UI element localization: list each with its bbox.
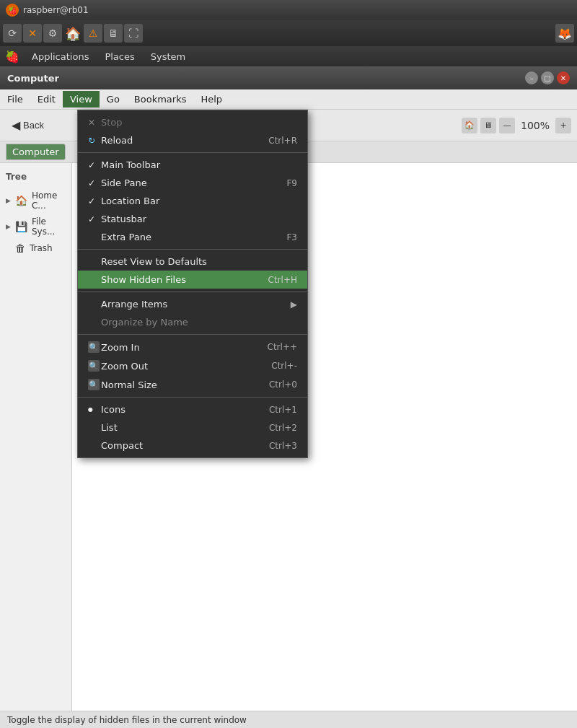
menu-edit[interactable]: Edit bbox=[30, 91, 63, 108]
arrange-arrow-icon: ▶ bbox=[291, 299, 297, 310]
menubar: File Edit View Go Bookmarks Help bbox=[0, 89, 577, 110]
monitor-icon[interactable]: 🖥 bbox=[480, 118, 496, 133]
menu-extra-pane[interactable]: ✓ Extra Pane F3 bbox=[78, 228, 307, 246]
sidebar-home-label: Home C... bbox=[32, 190, 66, 211]
arrange-check: ✓ bbox=[88, 299, 101, 310]
appmenu-places[interactable]: Places bbox=[97, 49, 141, 64]
tp-icon-3[interactable]: ⚙ bbox=[43, 24, 62, 43]
compact-shortcut: Ctrl+3 bbox=[269, 441, 297, 451]
sep-4 bbox=[78, 334, 307, 335]
zoomout-shortcut: Ctrl+- bbox=[271, 361, 297, 371]
arrange-label: Arrange Items bbox=[101, 299, 193, 310]
close-button[interactable]: ✕ bbox=[557, 71, 570, 84]
appmenu-applications[interactable]: Applications bbox=[25, 49, 96, 64]
menu-go[interactable]: Go bbox=[100, 91, 127, 108]
back-label: Back bbox=[23, 120, 44, 131]
showhidden-label: Show Hidden Files bbox=[101, 274, 268, 285]
zoom-minus-icon[interactable]: — bbox=[499, 118, 515, 133]
top-panel: ⟳ ✕ ⚙ 🏠 ⚠ 🖥 ⛶ 🦊 bbox=[0, 20, 577, 46]
home-icon[interactable]: 🏠 bbox=[462, 118, 477, 133]
zoom-level: 100% bbox=[518, 120, 552, 131]
sep-3 bbox=[78, 291, 307, 292]
locationbar-check: ✓ bbox=[88, 196, 101, 206]
stop-label: Stop bbox=[101, 117, 297, 128]
menu-arrange-items[interactable]: ✓ Arrange Items ▶ bbox=[78, 295, 307, 313]
appmenu-system[interactable]: System bbox=[144, 49, 193, 64]
menu-help[interactable]: Help bbox=[193, 91, 229, 108]
back-button[interactable]: ◀ Back bbox=[6, 115, 50, 135]
organize-label: Organize by Name bbox=[101, 317, 297, 328]
tp-icon-4[interactable]: ⚠ bbox=[84, 24, 102, 43]
list-shortcut: Ctrl+2 bbox=[269, 423, 297, 433]
menu-reset-view[interactable]: ✓ Reset View to Defaults bbox=[78, 253, 307, 271]
location-crumb-computer[interactable]: Computer bbox=[6, 144, 66, 160]
zoomin-shortcut: Ctrl++ bbox=[268, 342, 297, 352]
home-sidebar-icon: 🏠 bbox=[15, 195, 27, 206]
titlebar-username: raspberr@rb01 bbox=[23, 5, 89, 15]
sidebar-arrow-fs: ▶ bbox=[6, 223, 11, 230]
statusbar-check: ✓ bbox=[88, 214, 101, 224]
sidepane-label: Side Pane bbox=[101, 177, 286, 188]
zoomout-icon: 🔍 bbox=[88, 360, 100, 372]
zoom-area: 🏠 🖥 — 100% + bbox=[462, 118, 571, 133]
menu-view[interactable]: View bbox=[63, 91, 100, 108]
menu-statusbar[interactable]: ✓ Statusbar bbox=[78, 210, 307, 228]
menu-bookmarks[interactable]: Bookmarks bbox=[127, 91, 194, 108]
sidebar-item-trash[interactable]: ▶ 🗑 Trash bbox=[0, 240, 71, 257]
tp-icon-home[interactable]: 🏠 bbox=[63, 24, 82, 43]
tp-icon-1[interactable]: ⟳ bbox=[3, 24, 22, 43]
sidebar-trash-label: Trash bbox=[30, 243, 53, 253]
menu-list-view[interactable]: ● List Ctrl+2 bbox=[78, 418, 307, 437]
menu-show-hidden-files[interactable]: ✓ Show Hidden Files Ctrl+H bbox=[78, 271, 307, 289]
menu-reload[interactable]: ↻ Reload Ctrl+R bbox=[78, 131, 307, 149]
showhidden-shortcut: Ctrl+H bbox=[268, 275, 297, 285]
zoomout-label: Zoom Out bbox=[101, 361, 271, 372]
menu-stop[interactable]: ✕ Stop bbox=[78, 113, 307, 131]
sep-5 bbox=[78, 397, 307, 398]
zoomin-label: Zoom In bbox=[101, 342, 268, 353]
tp-icon-6[interactable]: ⛶ bbox=[124, 24, 143, 43]
firefox-icon[interactable]: 🦊 bbox=[555, 24, 574, 43]
menu-normal-size[interactable]: 🔍 Normal Size Ctrl+0 bbox=[78, 375, 307, 394]
tp-icon-2[interactable]: ✕ bbox=[23, 24, 42, 43]
menu-location-bar[interactable]: ✓ Location Bar bbox=[78, 192, 307, 210]
maximize-button[interactable]: □ bbox=[541, 71, 554, 84]
menu-icons-view[interactable]: ● Icons Ctrl+1 bbox=[78, 400, 307, 418]
resetview-label: Reset View to Defaults bbox=[101, 256, 297, 267]
icons-bullet: ● bbox=[88, 406, 101, 413]
list-bullet: ● bbox=[88, 424, 101, 431]
sidebar: Tree ▶ 🏠 Home C... ▶ 💾 File Sys... ▶ 🗑 T… bbox=[0, 163, 72, 711]
sidebar-item-filesystem[interactable]: ▶ 💾 File Sys... bbox=[0, 214, 71, 240]
menu-side-pane[interactable]: ✓ Side Pane F9 bbox=[78, 174, 307, 192]
sidebar-item-home[interactable]: ▶ 🏠 Home C... bbox=[0, 188, 71, 214]
extrapane-check: ✓ bbox=[88, 232, 101, 242]
zoom-plus-icon[interactable]: + bbox=[555, 118, 571, 133]
sep-2 bbox=[78, 249, 307, 250]
locationbar-label: Location Bar bbox=[101, 196, 297, 206]
user-avatar: 🍓 bbox=[6, 4, 19, 17]
minimize-button[interactable]: – bbox=[525, 71, 538, 84]
tp-icon-5[interactable]: 🖥 bbox=[104, 24, 123, 43]
reload-check: ↻ bbox=[88, 136, 101, 146]
window-title: Computer bbox=[7, 73, 522, 84]
app-menubar: 🍓 Applications Places System bbox=[0, 46, 577, 66]
extrapane-shortcut: F3 bbox=[286, 232, 297, 242]
menu-main-toolbar[interactable]: ✓ Main Toolbar bbox=[78, 156, 307, 174]
menu-zoom-in[interactable]: 🔍 Zoom In Ctrl++ bbox=[78, 338, 307, 356]
sidebar-fs-label: File Sys... bbox=[32, 216, 66, 237]
menu-compact-view[interactable]: ● Compact Ctrl+3 bbox=[78, 437, 307, 455]
back-arrow-icon: ◀ bbox=[12, 118, 20, 132]
menu-file[interactable]: File bbox=[0, 91, 30, 108]
filesystem-sidebar-icon: 💾 bbox=[15, 221, 27, 232]
reload-label: Reload bbox=[101, 135, 268, 146]
zoomin-icon: 🔍 bbox=[88, 341, 100, 353]
titlebar: 🍓 raspberr@rb01 bbox=[0, 0, 577, 20]
sidepane-shortcut: F9 bbox=[286, 178, 297, 188]
list-label: List bbox=[101, 422, 269, 433]
menu-zoom-out[interactable]: 🔍 Zoom Out Ctrl+- bbox=[78, 356, 307, 375]
menu-organize-by-name[interactable]: ✓ Organize by Name bbox=[78, 313, 307, 331]
statusbar-text: Toggle the display of hidden files in th… bbox=[7, 715, 247, 725]
sidebar-arrow-home: ▶ bbox=[6, 197, 11, 204]
sidepane-check: ✓ bbox=[88, 178, 101, 188]
maintoolbar-check: ✓ bbox=[88, 160, 101, 170]
